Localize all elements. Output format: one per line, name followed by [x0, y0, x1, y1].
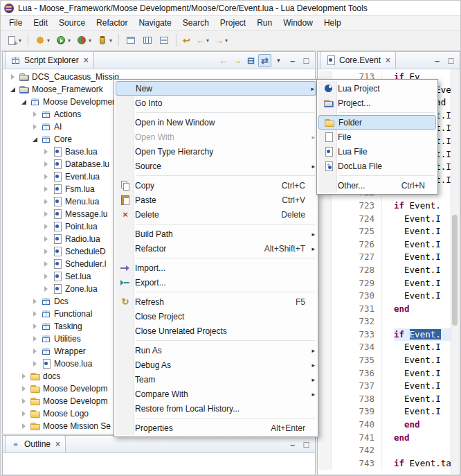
editor-scrollbar[interactable]: [451, 69, 459, 474]
view-menu-icon[interactable]: ▼: [272, 54, 285, 67]
coverage-button[interactable]: ▾: [74, 33, 93, 48]
menu-search[interactable]: Search: [177, 17, 215, 29]
tree-expander-icon[interactable]: [20, 409, 28, 418]
tree-expander-icon[interactable]: [31, 310, 39, 318]
tree-expander-icon[interactable]: [20, 397, 28, 405]
close-icon[interactable]: ×: [386, 57, 390, 64]
menu-item-run-as[interactable]: Run As▸: [116, 343, 316, 358]
code-line[interactable]: 736 Event.I: [318, 367, 459, 380]
menu-window[interactable]: Window: [278, 17, 318, 29]
tree-expander-icon[interactable]: [31, 123, 39, 131]
menu-item-restore-from-local-history[interactable]: Restore from Local History...: [116, 401, 316, 416]
code-line[interactable]: 739 Event.I: [318, 405, 459, 418]
forward-button[interactable]: →▾: [213, 33, 230, 48]
menu-item-doclua-file[interactable]: DocLua File: [318, 159, 436, 173]
menu-item-project[interactable]: Project...: [318, 96, 436, 110]
menu-item-lua-project[interactable]: Lua Project: [318, 81, 436, 96]
tree-expander-icon[interactable]: [20, 98, 28, 106]
menu-item-folder[interactable]: Folder: [318, 115, 436, 130]
menu-item-export[interactable]: Export...: [116, 275, 316, 290]
menu-item-copy[interactable]: CopyCtrl+C: [116, 178, 316, 193]
tree-expander-icon[interactable]: [31, 110, 39, 118]
tree-expander-icon[interactable]: [42, 222, 51, 231]
tree-expander-icon[interactable]: [42, 185, 51, 193]
code-line[interactable]: 734 Event.I: [318, 341, 459, 354]
run-button[interactable]: ▾: [53, 33, 73, 48]
maximize-icon[interactable]: □: [300, 438, 313, 451]
tree-expander-icon[interactable]: [31, 360, 39, 368]
menu-source[interactable]: Source: [53, 17, 91, 29]
menu-project[interactable]: Project: [215, 17, 251, 29]
minimize-icon[interactable]: –: [286, 438, 299, 451]
tree-expander-icon[interactable]: [31, 135, 39, 143]
tree-expander-icon[interactable]: [42, 210, 51, 218]
menu-item-delete[interactable]: ×DeleteDelete: [116, 207, 316, 222]
window-table-button[interactable]: [140, 33, 155, 48]
code-line[interactable]: 741end: [318, 432, 459, 445]
tree-expander-icon[interactable]: [31, 335, 39, 343]
menu-item-open-in-new-window[interactable]: Open in New Window: [116, 115, 316, 130]
tree-expander-icon[interactable]: [42, 148, 51, 156]
tree-expander-icon[interactable]: [31, 347, 39, 355]
code-line[interactable]: 740 end: [318, 418, 459, 432]
dropdown-arrow-icon[interactable]: ▾: [89, 37, 91, 44]
dropdown-arrow-icon[interactable]: ▾: [68, 37, 71, 44]
menu-item-properties[interactable]: PropertiesAlt+Enter: [116, 421, 316, 435]
code-line[interactable]: 727 Event.I: [318, 251, 459, 264]
tree-expander-icon[interactable]: [20, 385, 28, 393]
minimize-icon[interactable]: –: [286, 54, 299, 67]
code-line[interactable]: 723if Event.: [318, 200, 459, 213]
code-line[interactable]: 724 Event.I: [318, 213, 459, 226]
dropdown-arrow-icon[interactable]: ▾: [47, 37, 50, 44]
menu-item-go-into[interactable]: Go Into: [116, 96, 316, 110]
link-with-editor-icon[interactable]: ⇄: [258, 54, 271, 67]
tree-expander-icon[interactable]: [9, 73, 17, 81]
menu-item-close-project[interactable]: Close Project: [116, 309, 316, 324]
code-line[interactable]: 733if Event.: [318, 328, 459, 342]
code-line[interactable]: 743if Event.ta: [318, 457, 459, 470]
tree-expander-icon[interactable]: [20, 372, 28, 380]
menu-file[interactable]: File: [3, 17, 28, 29]
menu-navigate[interactable]: Navigate: [133, 17, 177, 29]
menu-item-refresh[interactable]: ↻RefreshF5: [116, 294, 316, 309]
dropdown-arrow-icon[interactable]: ▾: [109, 37, 112, 44]
code-line[interactable]: 742: [318, 444, 459, 457]
menu-item-build-path[interactable]: Build Path▸: [116, 227, 316, 241]
tab-outline[interactable]: ≡ Outline ×: [5, 435, 66, 452]
code-line[interactable]: 726 Event.I: [318, 238, 459, 252]
menu-item-other[interactable]: Other...Ctrl+N: [318, 178, 436, 193]
menu-edit[interactable]: Edit: [28, 17, 53, 29]
code-line[interactable]: 730 Event.I: [318, 290, 459, 303]
code-line[interactable]: 738 Event.I: [318, 393, 459, 406]
minimize-icon[interactable]: –: [431, 54, 444, 67]
code-line[interactable]: 728 Event.I: [318, 264, 459, 277]
dropdown-arrow-icon[interactable]: ▾: [206, 37, 209, 44]
menu-item-refactor[interactable]: RefactorAlt+Shift+T▸: [116, 241, 316, 256]
tree-expander-icon[interactable]: [42, 272, 51, 281]
code-line[interactable]: 732: [318, 315, 459, 328]
menu-item-close-unrelated-projects[interactable]: Close Unrelated Projects: [116, 324, 316, 338]
tab-core-event[interactable]: Core.Event ×: [320, 51, 396, 69]
dropdown-arrow-icon[interactable]: ▾: [225, 37, 228, 44]
collapse-all-icon[interactable]: ⊟: [244, 54, 257, 67]
tab-script-explorer[interactable]: Script Explorer ×: [5, 51, 94, 69]
window-text-button[interactable]: [156, 33, 172, 48]
code-line[interactable]: 735 Event.I: [318, 354, 459, 367]
menu-item-new[interactable]: New▸: [116, 81, 316, 96]
menu-run[interactable]: Run: [251, 17, 278, 29]
new-wizard-button[interactable]: ▾: [4, 33, 24, 48]
tree-expander-icon[interactable]: [42, 160, 51, 168]
menu-help[interactable]: Help: [318, 17, 347, 29]
menu-item-file[interactable]: File: [318, 130, 436, 144]
menu-item-debug-as[interactable]: Debug As▸: [116, 358, 316, 372]
tree-expander-icon[interactable]: [20, 422, 28, 430]
menu-item-paste[interactable]: PasteCtrl+V: [116, 193, 316, 207]
tree-expander-icon[interactable]: [31, 322, 39, 330]
tree-expander-icon[interactable]: [42, 260, 51, 268]
dropdown-arrow-icon[interactable]: ▾: [19, 37, 21, 44]
tree-expander-icon[interactable]: [42, 173, 51, 181]
maximize-icon[interactable]: □: [300, 54, 313, 67]
code-line[interactable]: 725 Event.I: [318, 225, 459, 238]
maximize-icon[interactable]: □: [444, 54, 458, 67]
external-tools-button[interactable]: ▾: [95, 33, 114, 48]
